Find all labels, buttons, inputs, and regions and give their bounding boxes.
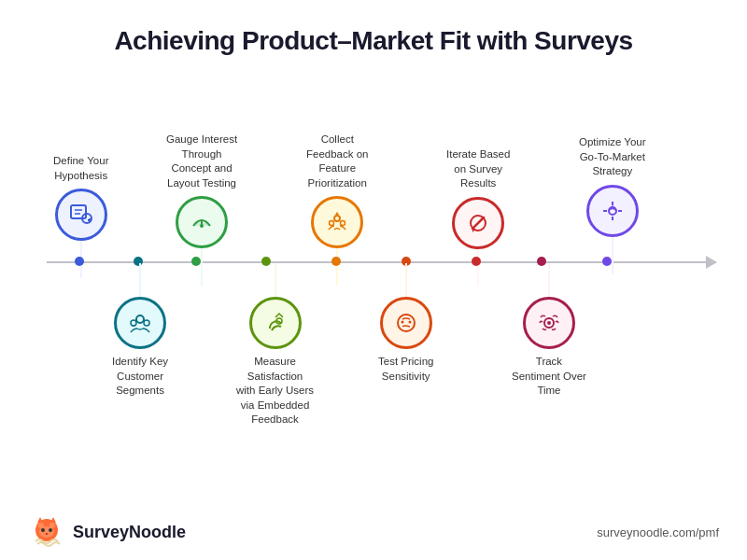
svg-point-17: [136, 315, 144, 323]
svg-point-24: [408, 321, 411, 324]
svg-point-26: [547, 321, 551, 325]
circle-test-pricing: [380, 297, 432, 349]
circle-gauge-interest: [176, 196, 228, 248]
node-label: Gauge InterestThroughConcept andLayout T…: [166, 133, 237, 190]
timeline-arrow: [706, 256, 717, 269]
node-label: Define YourHypothesis: [53, 154, 108, 183]
circle-identify-segments: [114, 297, 166, 349]
brand: SurveyNoodle: [28, 513, 186, 551]
node-measure-satisfaction: MeasureSatisfactionwith Early Usersvia E…: [236, 263, 314, 427]
page-title: Achieving Product–Market Fit with Survey…: [0, 0, 747, 65]
circle-iterate-results: [452, 197, 504, 249]
brand-name: SurveyNoodle: [73, 523, 186, 542]
svg-point-22: [398, 315, 415, 331]
circle-define-hypothesis: [55, 189, 107, 241]
svg-point-35: [46, 533, 49, 535]
dot-optimize-strategy: [602, 257, 612, 266]
svg-marker-31: [37, 517, 43, 523]
svg-point-7: [200, 224, 204, 228]
circle-collect-feedback: [311, 196, 363, 248]
circle-optimize-strategy: [586, 185, 639, 237]
svg-point-33: [41, 528, 45, 532]
svg-point-19: [144, 320, 149, 326]
dot-iterate-results: [472, 257, 481, 266]
dot-collect-feedback: [331, 257, 341, 266]
brand-url: surveynoodle.com/pmf: [597, 525, 719, 539]
circle-track-sentiment: [523, 297, 575, 349]
svg-marker-32: [50, 517, 56, 523]
svg-point-30: [39, 526, 54, 538]
node-identify-segments: Identify KeyCustomerSegments: [112, 263, 168, 399]
node-track-sentiment: TrackSentiment OverTime: [512, 263, 586, 399]
brand-logo: [28, 513, 65, 551]
svg-point-9: [330, 221, 334, 226]
dot-gauge-interest: [191, 257, 201, 266]
node-label: MeasureSatisfactionwith Early Usersvia E…: [236, 355, 314, 427]
svg-point-34: [49, 528, 52, 532]
footer: SurveyNoodle surveynoodle.com/pmf: [0, 513, 747, 551]
node-label: CollectFeedback onFeaturePrioritization: [306, 133, 369, 190]
node-label: Test PricingSensitivity: [378, 355, 433, 384]
node-label: Optimize YourGo-To-MarketStrategy: [579, 135, 646, 179]
svg-rect-0: [71, 205, 86, 218]
svg-point-10: [341, 221, 345, 226]
svg-point-18: [131, 320, 136, 326]
svg-point-23: [401, 321, 403, 324]
circle-measure-satisfaction: [249, 297, 302, 349]
node-label: TrackSentiment OverTime: [512, 355, 586, 399]
dot-define-hypothesis: [75, 257, 84, 266]
node-gauge-interest: Gauge InterestThroughConcept andLayout T…: [166, 133, 237, 286]
node-optimize-strategy: Optimize YourGo-To-MarketStrategy: [579, 135, 646, 274]
svg-point-8: [334, 216, 340, 221]
node-label: Identify KeyCustomerSegments: [112, 355, 168, 399]
diagram-area: Define YourHypothesis Gauge InterestThro…: [0, 75, 747, 467]
node-test-pricing: Test PricingSensitivity: [378, 263, 433, 384]
node-label: Iterate Basedon SurveyResults: [446, 147, 510, 191]
